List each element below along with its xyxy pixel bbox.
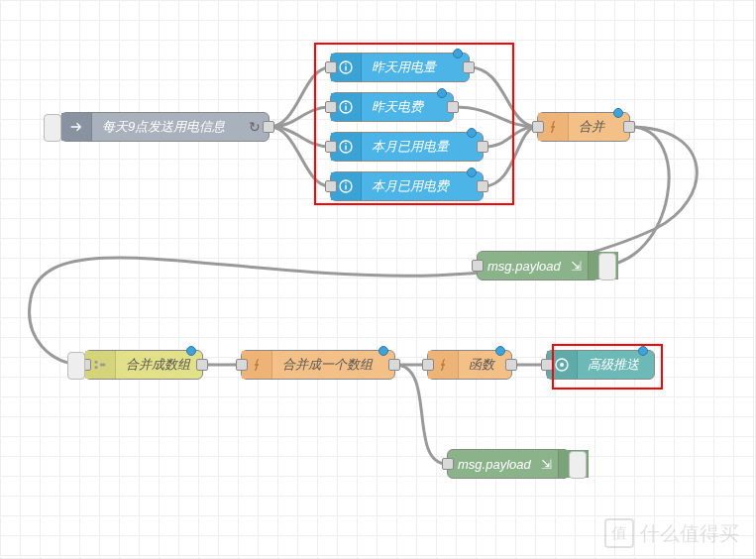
port-in[interactable] (325, 141, 337, 153)
svg-rect-2 (345, 63, 346, 64)
port-out[interactable] (505, 359, 517, 371)
push-node[interactable]: 高级推送 (546, 350, 655, 380)
port-out[interactable] (623, 121, 635, 133)
debug-node-1[interactable]: msg.payload ⇲ (477, 251, 599, 280)
status-dot (467, 128, 477, 138)
info-label: 本月已用电费 (362, 177, 459, 195)
arrow-icon: ⇲ (541, 457, 558, 472)
port-in[interactable] (422, 359, 434, 371)
info-label: 昨天电费 (362, 98, 433, 116)
status-dot (638, 346, 648, 356)
port-in[interactable] (442, 458, 454, 470)
arrow-icon: ⇲ (571, 259, 588, 274)
join-node[interactable]: 合并成一个数组 (241, 350, 395, 380)
svg-rect-17 (100, 364, 105, 367)
port-in[interactable] (236, 359, 248, 371)
port-out[interactable] (196, 359, 208, 371)
info-node-2[interactable]: 昨天电费 (330, 92, 454, 122)
info-node-1[interactable]: 昨天用电量 (330, 53, 470, 82)
port-out[interactable] (477, 180, 488, 192)
status-dot (613, 108, 623, 118)
port-out[interactable] (477, 141, 488, 153)
debug-label: msg.payload (448, 457, 541, 472)
batch-label: 合并成数组 (116, 356, 200, 374)
batch-node[interactable]: 合并成数组 (84, 350, 203, 380)
svg-rect-15 (95, 361, 98, 364)
port-in[interactable] (325, 101, 337, 113)
merge-node[interactable]: 合并 (537, 112, 630, 142)
function-node[interactable]: 函数 (427, 350, 512, 380)
status-dot (495, 346, 505, 356)
status-dot (467, 168, 477, 177)
port-in[interactable] (541, 359, 553, 371)
function-label: 函数 (459, 356, 504, 374)
svg-rect-16 (95, 366, 98, 369)
svg-rect-7 (345, 146, 346, 151)
info-node-4[interactable]: 本月已用电费 (330, 171, 484, 201)
inject-button-tail[interactable] (44, 114, 61, 142)
svg-rect-10 (345, 185, 346, 190)
watermark-text: 什么值得买 (640, 520, 739, 547)
inject-icon (61, 113, 92, 141)
info-label: 昨天用电量 (362, 58, 446, 76)
port-out[interactable] (388, 359, 400, 371)
svg-rect-8 (345, 143, 346, 144)
port-in[interactable] (472, 260, 484, 272)
debug-label: msg.payload (478, 259, 571, 274)
port-in[interactable] (325, 180, 337, 192)
batch-tail (67, 352, 85, 380)
status-dot (378, 346, 388, 356)
watermark-icon: 值 (604, 518, 634, 548)
status-dot (437, 88, 447, 98)
debug-toggle-tail[interactable] (598, 253, 616, 280)
port-out[interactable] (447, 101, 459, 113)
port-out[interactable] (463, 61, 475, 73)
debug-node-2[interactable]: msg.payload ⇲ (447, 449, 570, 479)
svg-rect-4 (345, 106, 346, 111)
port-out[interactable] (263, 121, 274, 133)
repeat-icon: ↻ (249, 119, 261, 135)
info-node-3[interactable]: 本月已用电量 (330, 132, 484, 162)
push-label: 高级推送 (578, 356, 649, 374)
debug-toggle-tail[interactable] (569, 451, 587, 479)
info-label: 本月已用电量 (362, 138, 459, 156)
status-dot (453, 49, 463, 58)
port-in[interactable] (532, 121, 544, 133)
merge-label: 合并 (569, 118, 614, 136)
inject-node[interactable]: 每天9点发送用电信息 ↻ (60, 112, 270, 142)
port-in[interactable] (325, 61, 337, 73)
inject-label: 每天9点发送用电信息 (92, 118, 235, 136)
watermark: 值 什么值得买 (604, 518, 739, 548)
svg-rect-1 (345, 66, 346, 71)
svg-rect-5 (345, 103, 346, 104)
svg-point-19 (560, 363, 564, 367)
svg-rect-11 (345, 182, 346, 183)
join-label: 合并成一个数组 (272, 356, 382, 374)
status-dot (186, 346, 196, 356)
flow-wires (1, 1, 756, 559)
